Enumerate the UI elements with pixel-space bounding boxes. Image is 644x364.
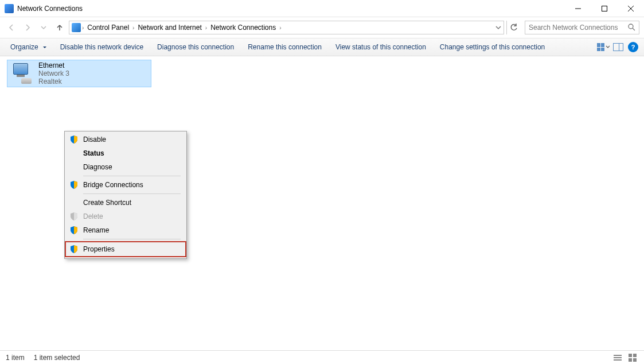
ctx-status[interactable]: Status: [66, 146, 185, 160]
organize-label: Organize: [10, 43, 38, 51]
adapter-icon: [11, 62, 34, 85]
ctx-disable[interactable]: Disable: [66, 133, 185, 146]
minimize-icon: [575, 6, 581, 11]
ctx-shortcut-label: Create Shortcut: [83, 199, 131, 207]
minimize-button[interactable]: [565, 0, 591, 17]
search-box[interactable]: [525, 21, 639, 34]
up-arrow-icon: [56, 24, 64, 32]
command-toolbar: Organize Disable this network device Dia…: [0, 38, 644, 56]
ctx-delete-label: Delete: [83, 212, 103, 220]
breadcrumb-path[interactable]: › Control Panel › Network and Internet ›…: [69, 21, 504, 34]
shield-icon: [69, 226, 79, 235]
chevron-down-icon: [606, 45, 610, 49]
help-button[interactable]: ?: [627, 41, 639, 53]
maximize-button[interactable]: [591, 0, 618, 17]
ctx-separator: [83, 239, 181, 239]
ctx-create-shortcut[interactable]: Create Shortcut: [66, 196, 185, 210]
shield-icon: [69, 245, 79, 254]
address-bar: › Control Panel › Network and Internet ›…: [0, 17, 644, 38]
forward-arrow-icon: [24, 24, 32, 32]
window-controls: [565, 0, 644, 17]
diagnose-button[interactable]: Diagnose this connection: [151, 41, 240, 53]
ctx-rename-label: Rename: [83, 226, 109, 234]
change-settings-button[interactable]: Change settings of this connection: [434, 41, 551, 53]
shield-icon: [69, 180, 79, 189]
ctx-diagnose-label: Diagnose: [83, 163, 112, 171]
window-title: Network Connections: [17, 5, 565, 13]
ctx-bridge[interactable]: Bridge Connections: [66, 178, 185, 192]
status-selected-count: 1 item selected: [34, 354, 80, 362]
shield-icon: [69, 135, 79, 144]
forward-button[interactable]: [21, 21, 34, 34]
refresh-button[interactable]: [506, 21, 520, 34]
content-area[interactable]: Ethernet Network 3 Realtek Disable Statu…: [0, 56, 644, 350]
ctx-bridge-label: Bridge Connections: [83, 181, 143, 189]
network-adapter-item[interactable]: Ethernet Network 3 Realtek: [7, 60, 151, 87]
chevron-right-icon: ›: [279, 25, 281, 31]
breadcrumb-segment[interactable]: Network and Internet: [135, 22, 204, 33]
details-view-icon: [614, 355, 622, 361]
recent-dropdown[interactable]: [37, 21, 50, 34]
ctx-diagnose[interactable]: Diagnose: [66, 160, 185, 174]
back-arrow-icon: [7, 24, 15, 32]
svg-rect-1: [602, 6, 607, 11]
breadcrumb-segment[interactable]: Network Connections: [208, 22, 278, 33]
help-icon: ?: [628, 42, 638, 52]
ctx-properties-label: Properties: [83, 245, 115, 253]
location-icon: [72, 23, 81, 32]
preview-pane-icon: [613, 43, 623, 51]
search-input[interactable]: [529, 24, 627, 32]
svg-line-5: [633, 28, 635, 30]
back-button[interactable]: [5, 21, 18, 34]
close-button[interactable]: [618, 0, 644, 17]
preview-pane-button[interactable]: [612, 41, 625, 53]
close-icon: [628, 6, 634, 11]
tiles-view-button[interactable]: [627, 353, 638, 362]
ctx-disable-label: Disable: [83, 135, 106, 144]
titlebar: Network Connections: [0, 0, 644, 17]
ctx-separator: [83, 176, 181, 176]
chevron-down-icon: [41, 25, 46, 30]
adapter-network: Network 3: [38, 69, 69, 78]
adapter-device: Realtek: [38, 78, 69, 86]
up-button[interactable]: [53, 21, 67, 34]
details-view-button[interactable]: [612, 353, 623, 362]
chevron-right-icon: ›: [82, 25, 84, 31]
tiles-view-icon: [629, 354, 637, 362]
ctx-delete: Delete: [66, 210, 185, 223]
view-status-button[interactable]: View status of this connection: [330, 41, 432, 53]
status-item-count: 1 item: [6, 354, 25, 362]
status-bar: 1 item 1 item selected: [0, 350, 644, 364]
breadcrumb-segment[interactable]: Control Panel: [85, 22, 131, 33]
app-icon: [5, 4, 14, 13]
context-menu: Disable Status Diagnose Bridge Connectio…: [64, 131, 187, 259]
shield-icon: [69, 212, 79, 221]
chevron-right-icon: ›: [132, 25, 134, 31]
refresh-icon: [510, 24, 518, 32]
ctx-properties[interactable]: Properties: [66, 242, 185, 256]
tiles-icon: [597, 43, 604, 51]
view-options-button[interactable]: [597, 41, 610, 53]
organize-button[interactable]: Organize: [5, 41, 52, 53]
ctx-separator: [83, 193, 181, 194]
ctx-properties-highlight: Properties: [65, 241, 186, 257]
rename-button[interactable]: Rename this connection: [242, 41, 327, 53]
svg-point-4: [629, 24, 633, 29]
chevron-right-icon: ›: [205, 25, 207, 31]
ctx-status-label: Status: [83, 149, 104, 157]
ctx-rename[interactable]: Rename: [66, 223, 185, 237]
adapter-info: Ethernet Network 3 Realtek: [38, 61, 69, 86]
adapter-name: Ethernet: [38, 61, 69, 69]
maximize-icon: [602, 6, 607, 11]
search-icon: [627, 23, 635, 33]
chevron-down-icon[interactable]: [495, 25, 501, 30]
disable-device-button[interactable]: Disable this network device: [54, 41, 149, 53]
